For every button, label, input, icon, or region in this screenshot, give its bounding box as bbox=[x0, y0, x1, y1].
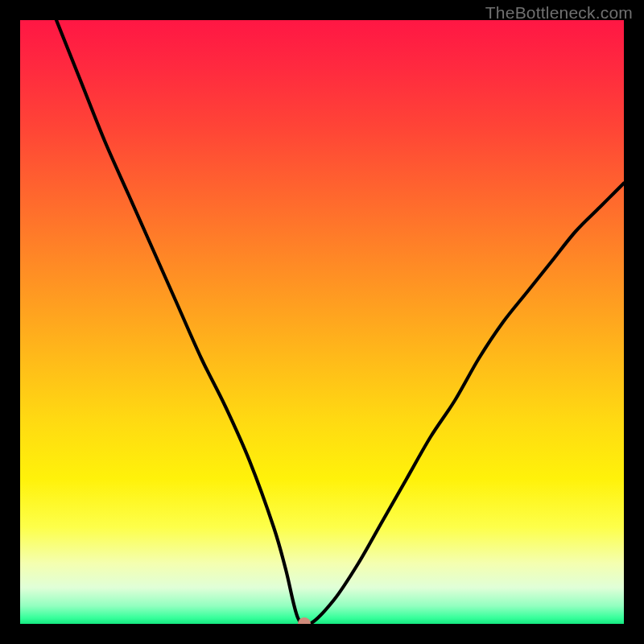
plot-area bbox=[20, 20, 624, 624]
chart-frame: TheBottleneck.com bbox=[0, 0, 644, 644]
bottleneck-curve bbox=[20, 20, 624, 624]
watermark-label: TheBottleneck.com bbox=[485, 3, 633, 23]
